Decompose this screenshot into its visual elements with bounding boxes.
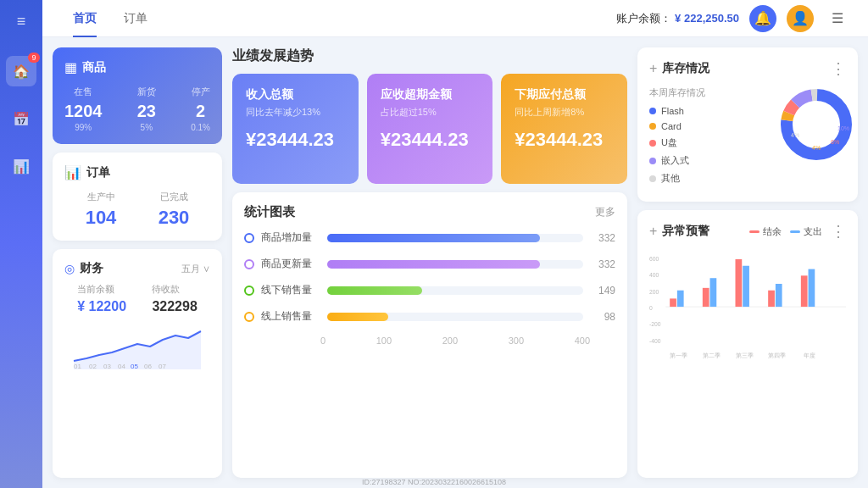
product-icon: ▦	[64, 59, 77, 75]
inventory-card: + 库存情况 ⋮ 本周库存情况 Flash Card	[637, 47, 858, 202]
svg-rect-28	[743, 266, 749, 307]
legend-dot-card	[649, 123, 656, 130]
sidebar: ≡ 🏠 9 📅 📊	[0, 0, 42, 488]
bar-indicator-0	[244, 233, 254, 243]
add-anomaly-button[interactable]: +	[649, 224, 657, 239]
anomaly-card: + 异常预警 结余 支出	[637, 210, 858, 478]
legend-card: Card	[649, 121, 770, 131]
inventory-content: 本周库存情况 Flash Card U盘	[649, 86, 846, 190]
home-icon: 🏠	[13, 64, 30, 80]
stat-on-sale: 在售 1204 99%	[64, 86, 103, 132]
header-right: 账户余额： ¥ 222,250.50 🔔 👤 ☰	[616, 5, 851, 32]
calendar-icon: 📅	[13, 111, 30, 127]
bar-label-2: 线下销售量	[261, 283, 320, 297]
right-panel: + 库存情况 ⋮ 本周库存情况 Flash Card	[637, 47, 858, 478]
header-menu-button[interactable]: ☰	[824, 5, 851, 32]
bar-row-3: 线上销售量 98	[244, 309, 615, 324]
account-label: 账户余额： ¥ 222,250.50	[616, 11, 739, 26]
inventory-subtitle: 本周库存情况	[649, 86, 770, 99]
svg-text:第二季: 第二季	[703, 352, 721, 358]
content-area: ▦ 商品 在售 1204 99% 新货 23 5% 停产	[42, 37, 868, 488]
anomaly-title: 异常预警	[662, 224, 709, 239]
sidebar-item-chart[interactable]: 📊	[6, 151, 36, 181]
finance-title: 财务	[80, 261, 103, 276]
svg-rect-25	[703, 288, 709, 307]
legend-zhichu: 支出	[790, 225, 822, 238]
svg-rect-26	[710, 278, 717, 307]
bar-row-0: 商品增加量 332	[244, 230, 615, 245]
bar-row-1: 商品更新量 332	[244, 257, 615, 271]
tab-orders[interactable]: 订单	[110, 0, 161, 37]
legend-jieyu: 结余	[749, 225, 782, 238]
bar-label-1: 商品更新量	[261, 257, 320, 271]
sidebar-item-calendar[interactable]: 📅	[6, 103, 36, 134]
bar-indicator-2	[244, 286, 254, 296]
svg-text:05: 05	[131, 363, 138, 369]
bar-value-3: 98	[590, 311, 615, 323]
svg-rect-30	[776, 284, 782, 307]
svg-rect-27	[736, 259, 743, 307]
legend-dot-other	[649, 175, 656, 182]
inventory-title: 库存情况	[662, 61, 709, 76]
legend-embedded: 嵌入式	[649, 154, 770, 167]
avatar-button[interactable]: 👤	[787, 5, 814, 32]
more-link[interactable]: 更多	[595, 205, 615, 219]
legend-udisk: U盘	[649, 136, 770, 149]
inventory-header: + 库存情况 ⋮	[649, 59, 846, 78]
svg-rect-29	[768, 291, 775, 307]
svg-text:03: 03	[103, 363, 111, 369]
order-stats: 生产中 104 已完成 230	[64, 191, 210, 229]
anomaly-more-button[interactable]: ⋮	[831, 222, 846, 241]
bar-g1-zhichu	[677, 291, 684, 307]
sidebar-item-home[interactable]: 🏠 9	[6, 56, 36, 86]
svg-text:0: 0	[649, 305, 653, 311]
performance-cards: 收入总额 同比去年减少13% ¥23444.23 应收超期金额 占比超过15% …	[232, 74, 627, 184]
stat-new: 新货 23 5%	[137, 86, 156, 132]
stats-header: 统计图表 更多	[244, 204, 615, 220]
anomaly-legend: 结余 支出	[749, 225, 822, 238]
add-inventory-button[interactable]: +	[649, 61, 657, 76]
svg-text:4%: 4%	[812, 145, 821, 151]
chart-axis: 0 100 200 300 400	[244, 336, 615, 346]
month-selector[interactable]: 五月 ∨	[181, 263, 210, 275]
left-panel: ▦ 商品 在售 1204 99% 新货 23 5% 停产	[53, 47, 222, 478]
svg-text:76%: 76%	[831, 100, 843, 106]
svg-text:第一季: 第一季	[670, 352, 687, 358]
bar-g1-jieyu	[670, 298, 676, 307]
finance-balance: 当前余额 ¥ 12200	[77, 283, 126, 314]
bar-value-0: 332	[590, 232, 615, 244]
performance-title: 业绩发展趋势	[232, 47, 627, 65]
perf-card-receivable: 应收超期金额 占比超过15% ¥23444.23	[367, 74, 493, 184]
axis-2: 200	[442, 336, 458, 346]
bar-label-3: 线上销售量	[261, 309, 320, 324]
order-in-production: 生产中 104	[86, 191, 117, 229]
anomaly-chart: 600 400 200 0 -200 -400	[649, 249, 846, 371]
axis-3: 300	[509, 336, 524, 346]
bar-fill-0	[327, 234, 540, 242]
nav: 首页 订单	[59, 0, 161, 37]
svg-text:第四季: 第四季	[768, 352, 786, 358]
axis-0: 0	[320, 336, 326, 346]
svg-text:6%: 6%	[831, 139, 839, 145]
perf-card-revenue: 收入总额 同比去年减少13% ¥23444.23	[232, 74, 359, 184]
legend-dot-flash	[649, 108, 656, 114]
bar-value-2: 149	[590, 285, 615, 297]
menu-icon[interactable]: ≡	[17, 13, 26, 30]
chart-icon: 📊	[13, 158, 30, 175]
product-stats: 在售 1204 99% 新货 23 5% 停产 2 0.1%	[64, 86, 210, 132]
tab-home[interactable]: 首页	[59, 0, 110, 37]
axis-4: 400	[575, 336, 590, 346]
bell-button[interactable]: 🔔	[749, 5, 776, 32]
bar-value-1: 332	[590, 258, 615, 270]
bar-container-3	[327, 313, 583, 321]
svg-text:04: 04	[118, 363, 125, 369]
inventory-more-button[interactable]: ⋮	[831, 59, 846, 78]
bar-indicator-1	[244, 259, 254, 269]
svg-text:06: 06	[144, 363, 152, 369]
finance-receivable: 待收款 322298	[152, 283, 197, 314]
perf-card-payable: 下期应付总额 同比上周新增8% ¥23444.23	[501, 74, 627, 184]
svg-text:年度: 年度	[804, 352, 815, 358]
balance-amount: ¥ 222,250.50	[675, 12, 739, 25]
product-title: 商品	[82, 60, 106, 75]
legend-other: 其他	[649, 172, 770, 185]
